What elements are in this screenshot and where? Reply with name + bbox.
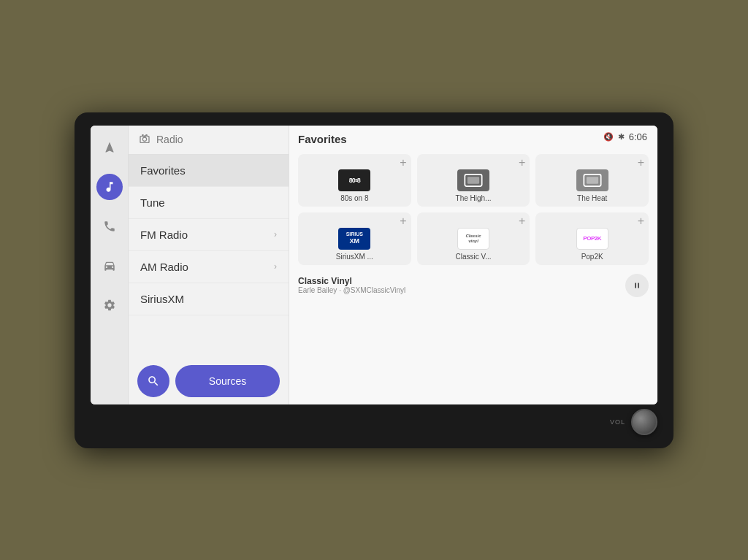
favorites-grid: + 80s8 80s on 8 + The High... +: [298, 154, 649, 265]
menu-item-tune[interactable]: Tune: [129, 187, 289, 219]
mute-icon: 🔇: [603, 132, 614, 142]
menu-footer: Sources: [129, 358, 289, 404]
clock-display: 6:06: [629, 131, 647, 142]
favorites-label: Favorites: [140, 164, 186, 177]
favorites-panel: Favorites + 80s8 80s on 8 + The High...: [289, 126, 657, 404]
sources-label: Sources: [209, 375, 246, 387]
menu-item-favorites[interactable]: Favorites: [129, 155, 289, 187]
svg-rect-3: [586, 177, 598, 183]
add-high-button[interactable]: +: [519, 157, 525, 169]
channel-name-high: The High...: [456, 194, 492, 202]
menu-item-fm[interactable]: FM Radio ›: [129, 219, 289, 251]
fav-card-heat[interactable]: + The Heat: [535, 154, 649, 207]
sidebar: [91, 126, 129, 404]
svg-rect-1: [468, 177, 479, 183]
logo-heat: [576, 169, 608, 191]
fav-card-80s8[interactable]: + 80s8 80s on 8: [298, 154, 411, 207]
device-frame: Radio 🔇 ✱ 6:06 Favorites Tune FM Radio ›: [75, 112, 673, 448]
settings-icon[interactable]: [96, 292, 123, 318]
vol-label: VOL: [610, 418, 625, 426]
logo-classicvinyl: Classic vinyl: [457, 228, 489, 250]
navigation-icon[interactable]: [96, 134, 123, 161]
add-classicvinyl-button[interactable]: +: [519, 215, 525, 227]
main-menu: Radio 🔇 ✱ 6:06 Favorites Tune FM Radio ›: [129, 126, 289, 404]
now-playing-info: Classic Vinyl Earle Bailey · @SXMClassic…: [298, 276, 405, 294]
volume-knob[interactable]: [631, 409, 657, 435]
phone-icon[interactable]: [96, 213, 123, 239]
am-label: AM Radio: [140, 261, 188, 273]
siriusxm-label: SiriusXM: [140, 293, 184, 305]
bluetooth-icon: ✱: [618, 132, 625, 142]
tune-label: Tune: [140, 196, 165, 209]
device-controls: VOL: [91, 404, 657, 435]
fav-card-classicvinyl[interactable]: + Classic vinyl Classic V...: [417, 212, 530, 265]
sources-button[interactable]: Sources: [175, 365, 280, 397]
car-icon[interactable]: [96, 253, 123, 279]
search-button[interactable]: [137, 365, 169, 397]
logo-80s8: 80s8: [338, 169, 370, 191]
favorites-title: Favorites: [298, 133, 649, 145]
pause-button[interactable]: [625, 274, 649, 297]
channel-name-classicvinyl: Classic V...: [455, 253, 491, 261]
add-pop2k-button[interactable]: +: [638, 215, 644, 227]
channel-name-80s8: 80s on 8: [340, 194, 368, 202]
screen: Radio 🔇 ✱ 6:06 Favorites Tune FM Radio ›: [91, 126, 657, 404]
menu-item-am[interactable]: AM Radio ›: [129, 251, 289, 283]
menu-items: Favorites Tune FM Radio › AM Radio › Sir…: [129, 155, 289, 358]
logo-siriusxm: SIRIUSXM: [338, 228, 370, 250]
now-playing-title: Classic Vinyl: [298, 276, 405, 286]
am-chevron: ›: [274, 261, 277, 272]
fav-card-pop2k[interactable]: + POP2K Pop2K: [535, 212, 649, 265]
add-siriusxm-button[interactable]: +: [400, 215, 406, 227]
fm-chevron: ›: [274, 229, 277, 239]
channel-name-heat: The Heat: [577, 194, 607, 202]
logo-high: [457, 169, 489, 191]
header-bar: Radio 🔇 ✱ 6:06: [129, 126, 289, 155]
add-80s8-button[interactable]: +: [400, 157, 406, 169]
menu-item-siriusxm[interactable]: SiriusXM: [129, 283, 289, 315]
header-title: Radio: [156, 134, 183, 145]
channel-name-pop2k: Pop2K: [581, 253, 603, 261]
fav-card-high[interactable]: + The High...: [417, 154, 530, 207]
fm-label: FM Radio: [140, 229, 188, 241]
radio-icon: [139, 133, 150, 147]
status-bar: 🔇 ✱ 6:06: [603, 131, 647, 142]
logo-pop2k: POP2K: [576, 228, 608, 250]
now-playing-bar: Classic Vinyl Earle Bailey · @SXMClassic…: [298, 271, 649, 297]
add-heat-button[interactable]: +: [638, 157, 644, 169]
fav-card-siriusxm[interactable]: + SIRIUSXM SiriusXM ...: [298, 212, 411, 265]
channel-name-siriusxm: SiriusXM ...: [336, 253, 373, 261]
now-playing-subtitle: Earle Bailey · @SXMClassicVinyl: [298, 286, 405, 294]
music-icon[interactable]: [96, 174, 123, 200]
